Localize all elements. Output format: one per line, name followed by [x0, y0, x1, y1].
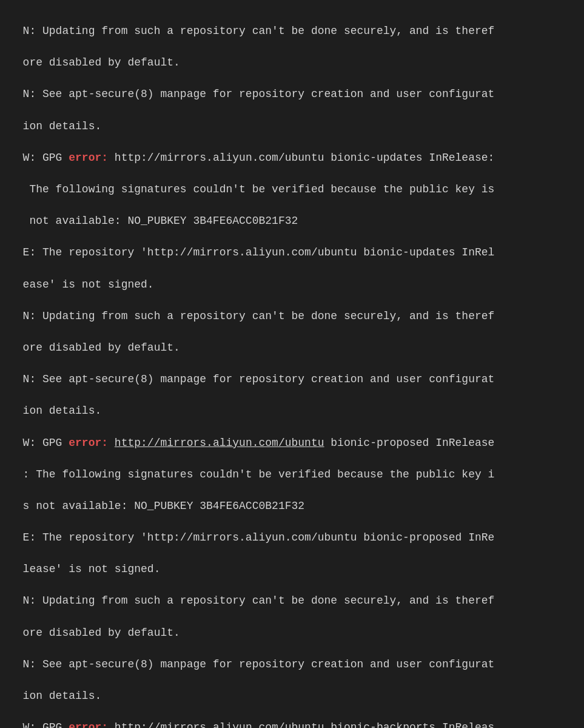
line-12: N: See apt-secure(8) manpage for reposit…	[23, 373, 495, 385]
line-2: ore disabled by default.	[23, 56, 180, 69]
line-1: N: Updating from such a repository can't…	[23, 25, 495, 37]
line-23: W: GPG error: http://mirrors.aliyun.com/…	[23, 721, 495, 728]
line-18: lease' is not signed.	[23, 563, 161, 575]
line-8: E: The repository 'http://mirrors.aliyun…	[23, 246, 495, 258]
line-13: ion details.	[23, 405, 102, 417]
line-15: : The following signatures couldn't be v…	[23, 468, 495, 480]
terminal-output: N: Updating from such a repository can't…	[10, 7, 574, 728]
line-16: s not available: NO_PUBKEY 3B4FE6ACC0B21…	[23, 500, 304, 512]
line-20: ore disabled by default.	[23, 627, 180, 639]
line-11: ore disabled by default.	[23, 342, 180, 354]
line-10: N: Updating from such a repository can't…	[23, 310, 495, 322]
line-6: The following signatures couldn't be ver…	[23, 183, 495, 195]
line-3: N: See apt-secure(8) manpage for reposit…	[23, 88, 495, 100]
line-22: ion details.	[23, 690, 102, 702]
line-17: E: The repository 'http://mirrors.aliyun…	[23, 531, 495, 544]
line-9: ease' is not signed.	[23, 278, 154, 291]
line-21: N: See apt-secure(8) manpage for reposit…	[23, 658, 495, 670]
line-5: W: GPG error: http://mirrors.aliyun.com/…	[23, 152, 495, 164]
line-14: W: GPG error: http://mirrors.aliyun.com/…	[23, 437, 495, 449]
line-4: ion details.	[23, 120, 102, 132]
line-19: N: Updating from such a repository can't…	[23, 595, 495, 607]
line-7: not available: NO_PUBKEY 3B4FE6ACC0B21F3…	[23, 215, 298, 227]
